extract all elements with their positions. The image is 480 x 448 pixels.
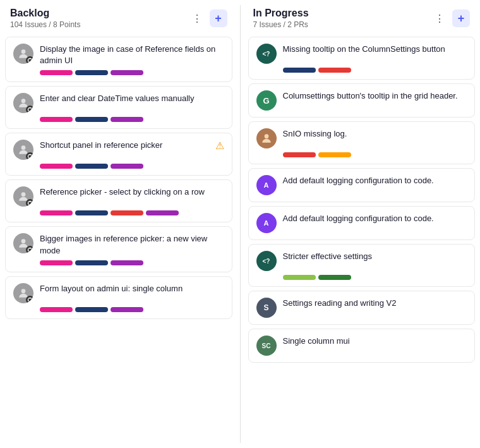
card[interactable]: AAdd default logging configuration to co…	[248, 168, 476, 202]
card-tags	[13, 210, 224, 215]
github-icon	[26, 296, 33, 303]
card-tags	[13, 307, 224, 312]
card[interactable]: Reference picker - select by clicking on…	[5, 179, 232, 222]
card-tags	[13, 70, 224, 75]
card[interactable]: Bigger images in reference picker: a new…	[5, 226, 232, 272]
column-in-progress: In Progress7 Issues / 2 PRs⋮+<?Missing t…	[243, 5, 481, 443]
tag-purple	[111, 117, 143, 122]
card-text: Reference picker - select by clicking on…	[40, 186, 224, 198]
github-icon	[26, 246, 33, 253]
avatar	[256, 128, 277, 148]
card[interactable]: <?Stricter effective settings	[248, 244, 476, 287]
column-header-in-progress: In Progress7 Issues / 2 PRs⋮+	[248, 5, 476, 34]
column-title-backlog: Backlog	[10, 8, 80, 19]
tag-pink	[40, 70, 73, 75]
card[interactable]: Form layout on admin ui: single column	[5, 276, 232, 319]
avatar	[13, 283, 33, 303]
avatar: SC	[256, 336, 277, 356]
avatar	[13, 44, 33, 64]
svg-point-3	[21, 193, 26, 197]
card[interactable]: AAdd default logging configuration to co…	[248, 206, 476, 240]
card[interactable]: SnIO missing log.	[248, 121, 476, 164]
card-text: Enter and clear DateTime values manually	[40, 93, 224, 104]
tag-yellow	[318, 152, 351, 157]
card-text: Form layout on admin ui: single column	[40, 283, 224, 294]
avatar	[13, 140, 33, 160]
github-icon	[26, 199, 33, 207]
card[interactable]: <?Missing tooltip on the ColumnSettings …	[248, 37, 476, 80]
avatar	[13, 186, 33, 207]
card-tags	[256, 275, 467, 280]
card-tags	[13, 117, 224, 122]
svg-point-1	[21, 99, 26, 104]
tag-red	[111, 210, 143, 215]
three-dot-btn-backlog[interactable]: ⋮	[188, 9, 206, 27]
cards-list-in-progress: <?Missing tooltip on the ColumnSettings …	[248, 37, 476, 443]
avatar: S	[256, 298, 277, 318]
tag-dark-blue	[283, 68, 316, 73]
card-tags	[256, 68, 467, 73]
tag-pink	[40, 117, 73, 122]
card-text: Shortcut panel in reference picker	[40, 140, 224, 151]
column-meta-in-progress: 7 Issues / 2 PRs	[253, 20, 309, 29]
tag-light-green	[283, 275, 316, 280]
tag-purple	[111, 70, 143, 75]
avatar	[13, 233, 33, 253]
card-tags	[256, 152, 467, 157]
board: Backlog104 Issues / 8 Points⋮+Display th…	[0, 0, 480, 448]
github-icon	[26, 152, 33, 160]
column-backlog: Backlog104 Issues / 8 Points⋮+Display th…	[0, 5, 237, 443]
card-text: Columsettings button's tooltip in the gr…	[283, 90, 467, 102]
card[interactable]: Enter and clear DateTime values manually	[5, 86, 232, 129]
card-text: Add default logging configuration to cod…	[283, 175, 467, 186]
tag-dark-blue	[75, 164, 108, 169]
card-text: Missing tooltip on the ColumnSettings bu…	[283, 44, 467, 55]
card-text: Display the image in case of Reference f…	[40, 44, 224, 66]
column-header-backlog: Backlog104 Issues / 8 Points⋮+	[5, 5, 232, 34]
card-text: Stricter effective settings	[283, 251, 467, 262]
tag-dark-blue	[75, 210, 108, 215]
card[interactable]: SSettings reading and writing V2	[248, 291, 476, 325]
card-text: Single column mui	[283, 336, 467, 347]
warning-icon: ⚠	[215, 140, 224, 152]
tag-red	[283, 152, 316, 157]
avatar: A	[256, 213, 277, 233]
cards-list-backlog: Display the image in case of Reference f…	[5, 37, 232, 443]
svg-point-6	[264, 134, 268, 138]
card[interactable]: ⚠Shortcut panel in reference picker	[5, 133, 232, 176]
card[interactable]: Display the image in case of Reference f…	[5, 37, 232, 82]
svg-point-5	[21, 289, 26, 293]
card-text: Add default logging configuration to cod…	[283, 213, 467, 224]
card-text: SnIO missing log.	[283, 128, 467, 140]
svg-point-4	[21, 239, 26, 244]
tag-red	[318, 68, 351, 73]
github-icon	[26, 106, 33, 113]
avatar: <?	[256, 44, 277, 64]
card[interactable]: SCSingle column mui	[248, 329, 476, 363]
svg-point-0	[21, 49, 26, 54]
tag-pink	[40, 210, 73, 215]
column-title-in-progress: In Progress	[253, 8, 309, 19]
card[interactable]: GColumsettings button's tooltip in the g…	[248, 83, 476, 118]
tag-purple	[111, 307, 143, 312]
tag-pink	[40, 307, 73, 312]
tag-purple	[111, 164, 143, 169]
tag-green	[318, 275, 351, 280]
tag-purple	[146, 210, 179, 215]
card-tags	[13, 260, 224, 265]
card-text: Settings reading and writing V2	[283, 298, 467, 309]
three-dot-btn-in-progress[interactable]: ⋮	[431, 9, 448, 27]
github-icon	[26, 56, 33, 64]
tag-dark-blue	[75, 70, 108, 75]
tag-pink	[40, 260, 73, 265]
avatar	[13, 93, 33, 113]
card-tags	[13, 164, 224, 169]
avatar: A	[256, 175, 277, 195]
tag-pink	[40, 164, 73, 169]
add-card-btn-backlog[interactable]: +	[210, 9, 227, 27]
tag-dark-blue	[75, 117, 108, 122]
column-meta-backlog: 104 Issues / 8 Points	[10, 20, 80, 29]
tag-dark-blue	[75, 260, 108, 265]
avatar: <?	[256, 251, 277, 271]
add-card-btn-in-progress[interactable]: +	[452, 9, 470, 27]
